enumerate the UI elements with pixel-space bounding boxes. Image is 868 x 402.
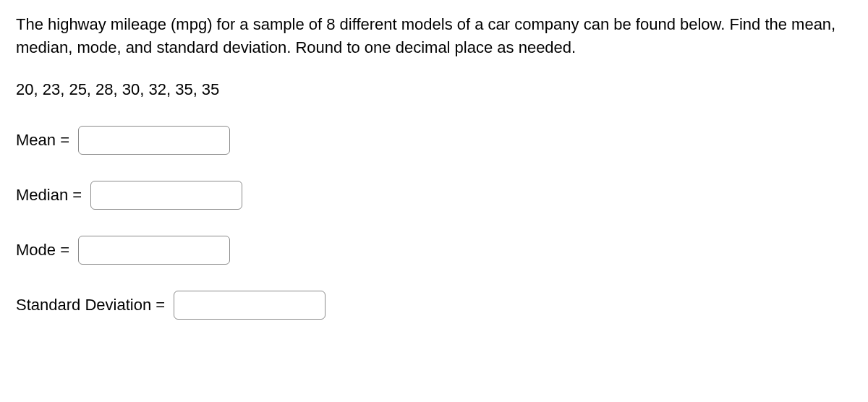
median-label: Median = bbox=[16, 184, 86, 207]
mode-row: Mode = bbox=[16, 236, 852, 265]
question-prompt: The highway mileage (mpg) for a sample o… bbox=[16, 13, 852, 59]
mean-input[interactable] bbox=[78, 126, 230, 155]
mean-label: Mean = bbox=[16, 129, 74, 152]
median-row: Median = bbox=[16, 181, 852, 210]
mode-label: Mode = bbox=[16, 239, 74, 262]
mode-input[interactable] bbox=[78, 236, 230, 265]
std-dev-input[interactable] bbox=[174, 291, 326, 320]
median-input[interactable] bbox=[90, 181, 242, 210]
std-dev-row: Standard Deviation = bbox=[16, 291, 852, 320]
data-values: 20, 23, 25, 28, 30, 32, 35, 35 bbox=[16, 78, 852, 101]
mean-row: Mean = bbox=[16, 126, 852, 155]
std-dev-label: Standard Deviation = bbox=[16, 294, 169, 317]
